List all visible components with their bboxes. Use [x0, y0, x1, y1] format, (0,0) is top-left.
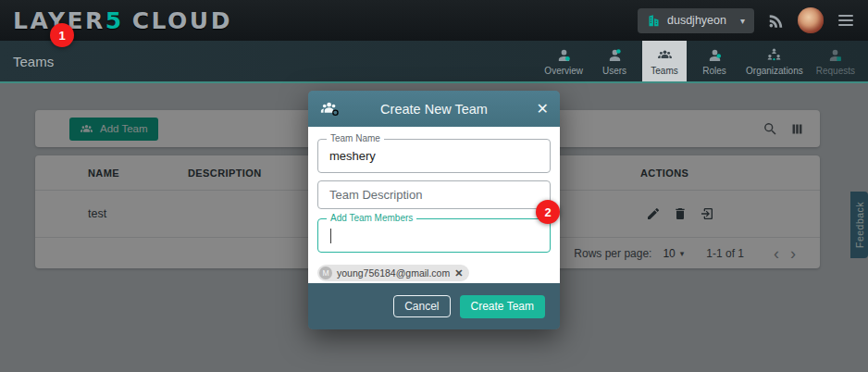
- tab-label: Requests: [816, 66, 855, 76]
- tab-requests[interactable]: Requests: [812, 41, 859, 81]
- menu-icon[interactable]: [837, 11, 855, 30]
- tab-users[interactable]: Users: [592, 41, 637, 81]
- logo-text-cloud: CLOUD: [132, 7, 232, 34]
- org-hierarchy-icon: [766, 47, 782, 63]
- tab-label: Roles: [702, 66, 726, 76]
- tab-label: Teams: [651, 66, 677, 76]
- member-chip[interactable]: M young756184@gmail.com ✕: [317, 265, 469, 281]
- building-icon: [647, 14, 661, 28]
- cancel-button[interactable]: Cancel: [393, 295, 450, 317]
- chip-remove-icon[interactable]: ✕: [454, 268, 463, 279]
- text-cursor: [330, 229, 331, 243]
- people-group-icon: [657, 47, 673, 63]
- team-name-input[interactable]: [318, 140, 550, 172]
- modal-title: Create New Team: [345, 102, 523, 117]
- tour-step-badge-2[interactable]: 2: [536, 200, 560, 224]
- team-description-field: [317, 180, 551, 209]
- user-avatar[interactable]: [798, 7, 824, 33]
- team-add-icon: [320, 99, 340, 118]
- layer5-cloud-logo[interactable]: LAYER5CLOUD: [13, 7, 232, 34]
- person-check-icon: [827, 47, 843, 63]
- team-name-label: Team Name: [327, 133, 384, 143]
- tab-overview[interactable]: Overview: [540, 41, 587, 81]
- tab-teams[interactable]: Teams: [642, 41, 687, 81]
- team-name-field: Team Name: [317, 139, 551, 173]
- top-header: LAYER5CLOUD dusdjhyeon ▾: [0, 0, 868, 41]
- nav-tabs: Overview Users Teams Roles: [540, 41, 868, 81]
- create-team-button[interactable]: Create Team: [460, 295, 545, 318]
- app-window: LAYER5CLOUD dusdjhyeon ▾ Teams: [0, 0, 868, 372]
- tab-roles[interactable]: Roles: [692, 41, 737, 81]
- header-actions: dusdjhyeon ▾: [638, 7, 855, 33]
- tab-label: Organizations: [746, 66, 803, 76]
- tour-step-badge-1[interactable]: 1: [50, 23, 74, 47]
- chip-avatar: M: [319, 267, 332, 279]
- person-badge-icon: [607, 47, 623, 63]
- caret-down-icon: ▾: [740, 16, 745, 26]
- create-team-modal: Create New Team ✕ Team Name Add Team Mem…: [308, 91, 560, 329]
- add-members-label: Add Team Members: [327, 213, 416, 223]
- tab-label: Overview: [544, 66, 583, 76]
- person-key-icon: [707, 47, 723, 63]
- person-overview-icon: [556, 47, 572, 63]
- close-icon[interactable]: ✕: [537, 102, 549, 117]
- modal-body: Team Name Add Team Members M young756184…: [308, 127, 560, 283]
- org-selector-dropdown[interactable]: dusdjhyeon ▾: [638, 8, 754, 33]
- modal-header: Create New Team ✕: [308, 91, 560, 127]
- org-selector-value: dusdjhyeon: [667, 14, 726, 27]
- tab-label: Users: [602, 66, 626, 76]
- tab-organizations[interactable]: Organizations: [742, 41, 807, 81]
- teams-navbar: Teams Overview Users Teams: [0, 41, 868, 81]
- logo-text-5: 5: [105, 7, 124, 34]
- add-members-field: Add Team Members: [317, 218, 551, 253]
- page-title: Teams: [0, 54, 54, 69]
- add-members-input[interactable]: [318, 219, 550, 252]
- chip-email: young756184@gmail.com: [337, 267, 450, 279]
- modal-footer: Cancel Create Team: [308, 283, 560, 329]
- broadcast-icon[interactable]: [767, 12, 785, 30]
- team-description-input[interactable]: [318, 181, 550, 208]
